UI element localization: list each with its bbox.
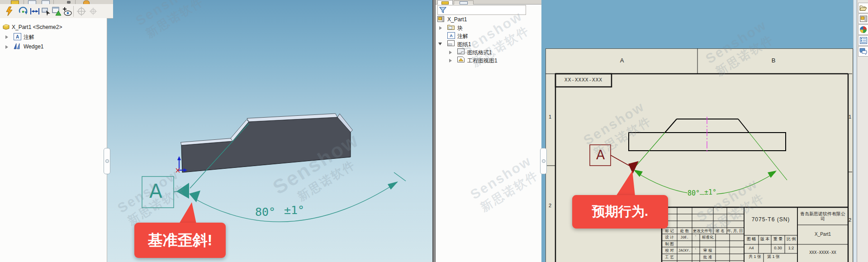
expand-arrow-icon[interactable] [5,35,8,39]
folder-image [449,27,452,29]
zone-row-1-right: 1 [848,114,852,120]
tb-material: 7075-T6 (SN) [745,217,796,223]
tb-standardize: 标准化 [700,235,715,239]
dimension-tolerance-3d[interactable]: ±1° [284,204,304,217]
feature-tree-panel: X_Part1 <Scheme2> A 注解 Wedge1 [0,18,107,262]
dimension-value-2d[interactable]: 80° [688,190,700,197]
panel-splitter-handle[interactable] [540,148,547,174]
lib-view [861,17,864,19]
sheet-format-icon [457,48,465,54]
tree-filter-input[interactable] [437,5,526,15]
wedge-feature-icon [14,43,21,49]
expand-arrow-icon[interactable] [449,51,452,54]
wedge-shape-2 [17,43,19,49]
annotations-icon: A [14,33,21,40]
open-file-icon[interactable] [858,3,868,13]
dim-arrow-left [32,10,34,13]
tb-header-scale: 比 例 [785,237,797,241]
toolbar-separator [73,6,74,17]
preview-window-icon[interactable] [52,6,62,17]
crosshair-tool-icon-disabled[interactable] [88,6,99,17]
tree-item-drawing-view[interactable]: 工程图视图1 [467,57,498,65]
datum-label-3d[interactable]: A [149,180,162,202]
pin-icon[interactable] [67,1,71,4]
callout-datum-skewed: 基准歪斜! [134,223,226,258]
show-hide-eye-icon[interactable] [62,6,72,17]
tree-item-blocks[interactable]: 块 [457,24,463,32]
zone-row-1-left: 1 [546,114,554,120]
tree-item-annotations[interactable]: 注解 [457,33,468,40]
tb-row-check: 校 对 [662,248,677,252]
tb-scale-value: 1:2 [785,246,797,250]
zone-row-2-right: 2 [848,218,852,223]
tb-approve: 批 准 [700,255,715,259]
expand-arrow-icon[interactable] [5,45,8,49]
tree-item-sheet-format[interactable]: 图纸格式1 [467,49,492,57]
tab-icon [460,1,468,5]
tree-item-annotations[interactable]: 注解 [24,33,34,41]
tb-drawing-number: XXX-XXXX-XX [798,251,847,255]
tab-featuretree[interactable] [437,0,453,5]
folder-front [860,8,867,10]
comments-icon[interactable] [858,46,868,57]
tb-row-design: 设 计 [662,235,677,239]
dimension-tool-icon[interactable] [29,6,41,17]
tb-row-draft: 制 图 [662,242,677,246]
tab-separator [24,0,24,4]
expand-arrow-icon[interactable] [439,26,442,30]
splitter-dot-icon [105,159,109,163]
collapse-arrow-icon[interactable] [438,43,442,45]
datum-label-2d[interactable]: A [596,148,605,162]
bubble-front [862,51,867,55]
sheet-doc-number: XX-XXXX-XXX [555,77,612,83]
properties-list-icon[interactable] [858,35,868,46]
dimension-tolerance-2d[interactable]: ±1° [704,189,716,196]
globe-yellow [860,30,863,33]
drawing-view-icon [457,57,465,62]
drawing-panel-tabs [436,0,541,5]
task-pane [857,0,868,262]
drawing-tree-panel: X_Part1 块 A 注解 图纸1 图纸格式1 工程图视图1 [435,0,542,262]
tree-root-part[interactable]: X_Part1 <Scheme2> [12,24,62,30]
lightning-icon [6,7,12,16]
tb-weight-value: 0.30 [772,246,784,250]
window-titlebar [52,7,59,9]
tab-icon [441,1,449,5]
tab-separator [53,0,54,4]
tree-item-wedge[interactable]: Wedge1 [24,43,43,50]
tb-sheet-index: 第 1 张 [765,255,782,259]
tree-root-drawing[interactable]: X_Part1 [447,16,467,23]
rotate-center-dot [22,11,24,13]
target-tool-icon-disabled[interactable] [76,6,87,17]
zone-column-b: B [762,57,785,64]
wedge-shape-1 [14,43,16,49]
panel-splitter-handle[interactable] [104,148,110,174]
view-toolbar [0,4,113,19]
dimension-value-3d[interactable]: 80° [255,205,275,219]
tb-header-version: 版 本 [759,237,771,241]
dim-arrow-right [36,10,38,13]
list-bullet [861,38,862,40]
tb-row-process: 工 艺 [662,255,677,259]
tree-item-sheet[interactable]: 图纸1 [457,41,471,48]
tb-designer-name: JOE. [678,236,692,239]
tab-display[interactable] [454,0,474,5]
tb-part-name: X_Part1 [798,232,847,237]
blocks-folder-icon [447,24,455,30]
tb-rev-docno: 更改文件号 [692,229,713,233]
tb-size-value: A4 [745,246,758,250]
globe-green [863,30,867,33]
tb-company: 青岛新思诺软件有限公司 [798,212,847,221]
rotate-view-icon[interactable] [18,6,28,17]
web-resources-icon[interactable] [858,24,868,35]
select-box-icon[interactable] [41,6,52,17]
design-library-icon[interactable] [858,14,868,24]
tb-header-weight: 重 量 [772,237,784,241]
exit-sketch-icon[interactable] [4,6,15,17]
tab-separator [75,0,76,4]
tb-rev-date: 年, 月, 日 [726,229,744,233]
tb-tick: ` [693,235,699,239]
zone-row-2-left: 2 [546,203,554,209]
tb-tick: ` [693,248,699,252]
expand-arrow-icon[interactable] [449,59,452,62]
